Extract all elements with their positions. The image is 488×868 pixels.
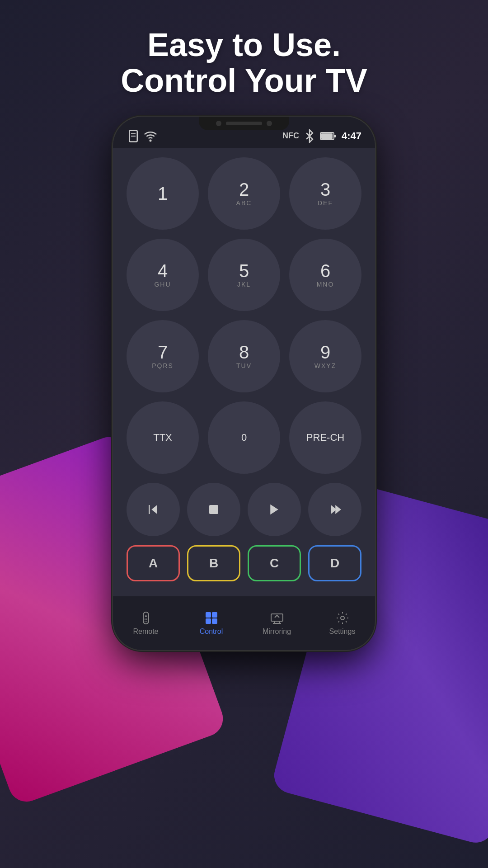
numpad-button-2[interactable]: 2ABC [208, 157, 280, 230]
nfc-icon: NFC [282, 131, 299, 141]
svg-rect-5 [321, 133, 333, 139]
bluetooth-icon [303, 129, 316, 143]
rewind-button[interactable] [127, 483, 180, 536]
color-button-d[interactable]: D [308, 545, 361, 581]
num-main-label: 6 [320, 262, 330, 280]
num-main-label: 1 [158, 184, 168, 203]
svg-marker-7 [151, 505, 157, 514]
nav-label-remote: Remote [133, 627, 158, 636]
svg-point-3 [150, 140, 151, 142]
phone-frame: NFC 4:47 12ABC3DEF4GHU5 [113, 117, 375, 650]
fast-forward-icon [328, 503, 342, 516]
numpad-button-6[interactable]: 6MNO [289, 239, 361, 311]
battery-icon [320, 132, 336, 141]
clock-time: 4:47 [342, 130, 361, 142]
color-button-a[interactable]: A [127, 545, 180, 581]
bottom-navigation: Remote Control [113, 596, 375, 650]
play-button[interactable] [248, 483, 301, 536]
color-btn-d-label: D [330, 556, 339, 571]
numpad-button-1[interactable]: 1 [127, 157, 199, 230]
hero-title-line2: Control Your TV [121, 62, 367, 99]
doc-icon [127, 129, 140, 143]
color-btn-a-label: A [149, 556, 158, 571]
mirroring-icon [270, 611, 284, 625]
color-btn-c-label: C [270, 556, 279, 571]
svg-rect-21 [206, 618, 211, 624]
nav-item-settings[interactable]: Settings [310, 611, 375, 636]
num-sub-label: MNO [317, 281, 334, 288]
numpad-button-9[interactable]: 9WXYZ [289, 320, 361, 392]
svg-rect-19 [206, 612, 211, 618]
fast-forward-button[interactable] [308, 483, 361, 536]
wifi-icon [144, 129, 157, 143]
svg-marker-10 [270, 505, 278, 515]
nav-label-settings: Settings [329, 627, 356, 636]
num-main-label: PRE-CH [306, 433, 344, 443]
rewind-icon [146, 503, 160, 516]
status-bar: NFC 4:47 [113, 117, 375, 148]
num-main-label: TTX [153, 433, 172, 443]
svg-rect-6 [334, 135, 336, 137]
numpad-button-3[interactable]: 3DEF [289, 157, 361, 230]
settings-icon [336, 611, 349, 625]
status-icons-left [127, 129, 157, 143]
control-icon [205, 611, 218, 625]
remote-icon [139, 611, 153, 625]
color-btn-b-label: B [209, 556, 218, 571]
numpad-button-0[interactable]: 0 [208, 401, 280, 474]
stop-button[interactable] [187, 483, 240, 536]
num-main-label: 9 [320, 343, 330, 361]
svg-point-27 [341, 616, 344, 620]
numpad-button-4[interactable]: 4GHU [127, 239, 199, 311]
svg-rect-13 [143, 612, 149, 624]
num-main-label: 7 [158, 343, 168, 361]
nav-label-control: Control [200, 627, 223, 636]
nav-item-control[interactable]: Control [178, 611, 244, 636]
svg-rect-15 [145, 618, 145, 620]
num-main-label: 5 [239, 262, 249, 280]
color-buttons-row: A B C D [113, 545, 375, 588]
num-main-label: 4 [158, 262, 168, 280]
num-sub-label: PQRS [152, 362, 174, 369]
numpad-button-8[interactable]: 8TUV [208, 320, 280, 392]
camera-dot [216, 121, 221, 126]
numpad-button-7[interactable]: 7PQRS [127, 320, 199, 392]
color-button-c[interactable]: C [248, 545, 301, 581]
num-sub-label: WXYZ [314, 362, 336, 369]
stop-icon [207, 503, 221, 516]
svg-rect-16 [146, 618, 147, 620]
num-sub-label: JKL [237, 281, 251, 288]
camera-dot-2 [267, 121, 272, 126]
numpad-button-prech[interactable]: PRE-CH [289, 401, 361, 474]
num-sub-label: DEF [318, 199, 333, 207]
play-icon [267, 503, 281, 516]
phone-screen: NFC 4:47 12ABC3DEF4GHU5 [113, 117, 375, 650]
hero-title: Easy to Use. Control Your TV [84, 0, 403, 112]
numpad-button-5[interactable]: 5JKL [208, 239, 280, 311]
svg-rect-9 [209, 505, 218, 514]
num-main-label: 3 [320, 180, 330, 198]
speaker-bar [226, 122, 262, 125]
svg-rect-22 [212, 618, 217, 624]
svg-rect-18 [146, 621, 147, 622]
svg-marker-12 [335, 505, 341, 514]
svg-rect-20 [212, 612, 217, 618]
svg-rect-17 [145, 621, 145, 622]
svg-point-14 [145, 615, 147, 617]
num-main-label: 0 [241, 433, 247, 443]
num-sub-label: TUV [236, 362, 252, 369]
nav-item-remote[interactable]: Remote [113, 611, 178, 636]
numpad-grid: 12ABC3DEF4GHU5JKL6MNO7PQRS8TUV9WXYZTTX0P… [113, 148, 375, 483]
num-main-label: 2 [239, 180, 249, 198]
num-sub-label: GHU [154, 281, 171, 288]
hero-title-line1: Easy to Use. [147, 27, 341, 63]
color-button-b[interactable]: B [187, 545, 240, 581]
nav-item-mirroring[interactable]: Mirroring [244, 611, 310, 636]
camera-notch [199, 117, 289, 130]
phone-content: 12ABC3DEF4GHU5JKL6MNO7PQRS8TUV9WXYZTTX0P… [113, 148, 375, 650]
numpad-button-ttx[interactable]: TTX [127, 401, 199, 474]
media-controls-row [113, 483, 375, 545]
num-main-label: 8 [239, 343, 249, 361]
nav-label-mirroring: Mirroring [263, 627, 291, 636]
num-sub-label: ABC [236, 199, 252, 207]
